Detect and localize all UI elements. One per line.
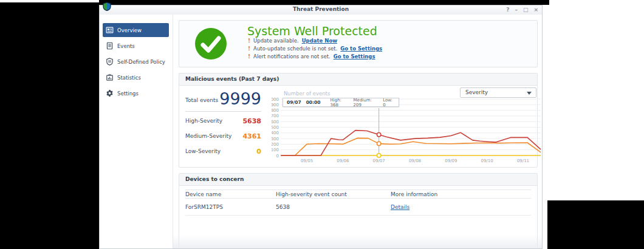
svg-text:900: 900 [272,103,279,107]
backdrop-left [0,2,99,249]
col-high-severity-count: High-severity event count [276,191,391,197]
app-shield-icon [102,1,112,12]
tooltip-time: 00:00 [306,100,321,105]
medium-severity-value: 4361 [204,132,261,140]
events-icon [106,42,114,50]
svg-text:09/06: 09/06 [337,159,349,163]
protected-check-icon [195,28,227,60]
details-link[interactable]: Details [391,204,409,210]
alert-exclamation-icon: ! [248,53,250,61]
backdrop-top [99,0,549,5]
svg-text:600: 600 [272,120,279,124]
sidebar-item-events[interactable]: Events [103,39,169,53]
svg-text:400: 400 [272,131,279,135]
total-events-value: 9999 [204,89,261,108]
sidebar-item-label: Events [117,43,135,49]
svg-text:100: 100 [272,148,279,152]
stats-divider [185,111,261,112]
table-header-row: Device name High-severity event count Mo… [185,189,531,199]
svg-text:700: 700 [272,114,279,118]
status-title: System Well Protected [247,24,377,38]
chart-tooltip: 09/07 00:00 High: 368 Medium: 209 Low: 0 [283,98,399,107]
maximize-button[interactable]: □ [523,5,529,15]
app-window: Threat Prevention ? – □ × Overview Event… [99,5,543,249]
device-name-cell: ForSRM12TPS [185,204,276,210]
shield-icon [106,58,114,66]
alert-text: Auto-update schedule is not set. [253,45,337,53]
tooltip-high: High: 368 [331,98,349,107]
go-to-settings-link[interactable]: Go to Settings [334,53,375,61]
alert-row: ! Alert notifications are not set. Go to… [248,53,382,61]
malicious-events-panel: Malicious events (Past 7 days) Total eve… [179,73,538,168]
sidebar-item-self-defined-policy[interactable]: Self-Defined Policy [103,55,169,69]
alert-text: Update available. [253,37,299,45]
main-content: System Well Protected ! Update available… [173,15,542,248]
backdrop-bottom-right [547,200,644,249]
alert-row: ! Auto-update schedule is not set. Go to… [248,45,382,53]
svg-text:09/09: 09/09 [445,159,457,163]
malicious-events-header: Malicious events (Past 7 days) [179,73,537,86]
alert-exclamation-icon: ! [248,37,250,45]
go-to-settings-link[interactable]: Go to Settings [340,45,382,53]
alert-exclamation-icon: ! [248,45,250,53]
tooltip-low: Low: 0 [383,98,395,107]
alert-list: ! Update available. Update Now ! Auto-up… [248,37,382,61]
overview-icon [106,26,114,34]
svg-text:09/10: 09/10 [481,159,493,163]
sidebar: Overview Events Self-Defined Policy Stat… [100,15,173,248]
low-severity-value: 0 [204,148,261,155]
svg-text:800: 800 [272,108,279,113]
devices-panel: Devices to concern Device name High-seve… [179,173,538,249]
sidebar-item-settings[interactable]: Settings [103,86,169,100]
col-more-information: More information [391,191,531,197]
svg-text:0: 0 [276,154,279,159]
sidebar-item-label: Statistics [117,75,141,81]
sidebar-item-label: Self-Defined Policy [117,59,165,65]
svg-text:1000: 1000 [272,97,279,102]
help-button[interactable]: ? [506,5,509,15]
devices-header: Devices to concern [179,174,537,186]
event-count-cell: 5638 [276,204,391,210]
table-row: ForSRM12TPS 5638 Details [185,199,531,216]
high-severity-value: 5638 [204,117,261,125]
svg-text:09/05: 09/05 [301,159,313,163]
tooltip-date: 09/07 [287,100,301,105]
sidebar-item-statistics[interactable]: Statistics [103,70,169,84]
svg-text:300: 300 [272,137,279,142]
svg-text:09/07: 09/07 [373,159,385,163]
svg-text:09/08: 09/08 [409,159,421,163]
sidebar-item-label: Settings [117,90,139,97]
alert-text: Alert notifications are not set. [253,53,331,61]
sidebar-item-overview[interactable]: Overview [103,23,169,37]
col-device-name: Device name [185,191,276,197]
sidebar-item-label: Overview [117,27,142,33]
statistics-icon [106,73,114,81]
devices-table: Device name High-severity event count Mo… [185,189,531,216]
titlebar[interactable]: Threat Prevention ? – □ × [100,5,542,15]
svg-text:200: 200 [272,142,279,147]
tooltip-medium: Medium: 209 [354,98,379,107]
minimize-button[interactable]: – [515,5,518,15]
window-title: Threat Prevention [100,6,542,12]
svg-text:09/11: 09/11 [517,159,529,163]
protection-status-panel: System Well Protected ! Update available… [179,20,538,67]
close-button[interactable]: × [533,5,538,15]
svg-text:500: 500 [272,125,279,130]
update-now-link[interactable]: Update Now [302,37,337,45]
gear-icon [106,89,114,97]
alert-row: ! Update available. Update Now [248,37,382,45]
